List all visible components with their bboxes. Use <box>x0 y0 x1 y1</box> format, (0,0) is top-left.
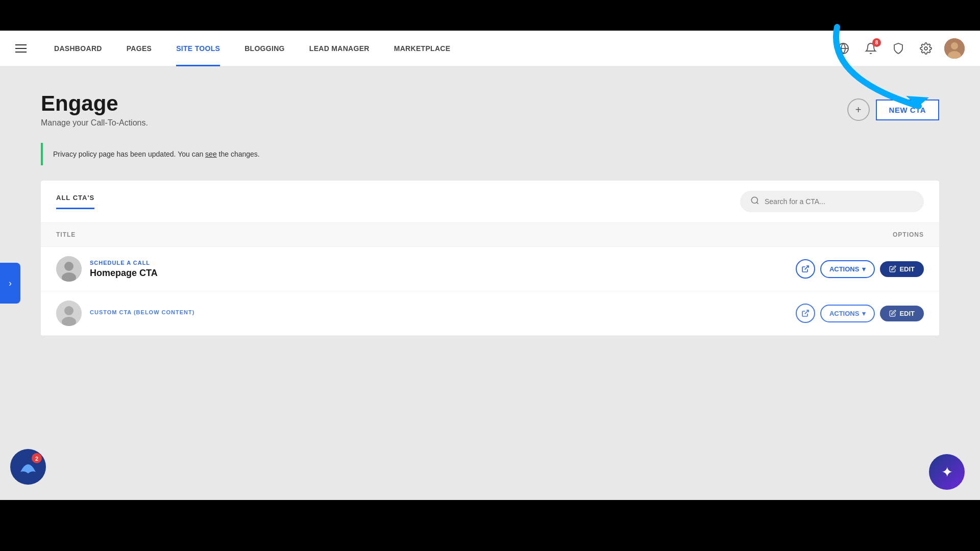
notice-link[interactable]: see <box>205 150 217 158</box>
svg-point-10 <box>64 262 74 271</box>
row-name: Homepage CTA <box>90 268 781 279</box>
page-content: › Engage Manage your Call-To-Actions. + … <box>0 66 980 500</box>
bell-icon[interactable]: 8 <box>862 39 880 58</box>
svg-point-7 <box>751 197 757 203</box>
page-title: Engage <box>41 92 148 115</box>
row-category: SCHEDULE A CALL <box>90 260 781 266</box>
navbar: DASHBOARD PAGES SITE TOOLS BLOGGING LEAD… <box>0 31 980 66</box>
table-column-headers: TITLE OPTIONS <box>41 223 939 247</box>
svg-line-16 <box>805 310 808 314</box>
table-row: CUSTOM CTA (BELOW CONTENT) ACTIONS ▾ <box>41 291 939 336</box>
nav-right-icons: 8 <box>834 38 965 59</box>
svg-line-8 <box>756 203 758 204</box>
row-actions: ACTIONS ▾ EDIT <box>781 259 924 279</box>
row-info: SCHEDULE A CALL Homepage CTA <box>90 260 781 279</box>
search-icon <box>750 196 760 207</box>
page-subtitle: Manage your Call-To-Actions. <box>41 118 148 128</box>
nav-link-site-tools[interactable]: SITE TOOLS <box>164 31 232 66</box>
notice-bar: Privacy policy page has been updated. Yo… <box>41 143 939 165</box>
col-header-title: TITLE <box>56 231 781 238</box>
nav-link-dashboard[interactable]: DASHBOARD <box>42 31 114 66</box>
hamburger-line3 <box>15 52 27 53</box>
col-header-options: OPTIONS <box>781 231 924 238</box>
header-actions: + NEW CTA <box>847 98 939 121</box>
page-title-section: Engage Manage your Call-To-Actions. <box>41 92 148 128</box>
notification-app-icon[interactable]: 2 <box>10 449 46 485</box>
nav-link-lead-manager[interactable]: LEAD MANAGER <box>297 31 382 66</box>
nav-link-marketplace[interactable]: MARKETPLACE <box>382 31 463 66</box>
chevron-down-icon: ▾ <box>862 265 866 273</box>
actions-label: ACTIONS <box>829 265 860 273</box>
gear-icon[interactable] <box>917 39 935 58</box>
svg-point-2 <box>924 47 927 50</box>
hamburger-menu[interactable] <box>15 44 27 53</box>
row-thumbnail <box>56 256 82 282</box>
svg-point-14 <box>64 306 74 315</box>
edit-button[interactable]: EDIT <box>880 261 924 277</box>
edit-button[interactable]: EDIT <box>880 306 924 321</box>
cta-section: ALL CTA'S TITLE OPTIONS <box>41 181 939 336</box>
actions-button[interactable]: ACTIONS ▾ <box>820 305 875 322</box>
table-row: SCHEDULE A CALL Homepage CTA ACTIONS ▾ <box>41 247 939 291</box>
nav-link-pages[interactable]: PAGES <box>114 31 164 66</box>
cta-table-header: ALL CTA'S <box>41 181 939 223</box>
nav-link-blogging[interactable]: BLOGGING <box>232 31 297 66</box>
top-black-bar <box>0 0 980 31</box>
chevron-down-icon: ▾ <box>862 310 866 317</box>
globe-icon[interactable] <box>834 39 852 58</box>
row-thumbnail <box>56 300 82 326</box>
bottom-black-bar <box>0 500 980 551</box>
chevron-right-icon: › <box>9 278 12 289</box>
external-link-button[interactable] <box>796 259 815 279</box>
ai-badge-button[interactable]: ✦ <box>929 454 965 490</box>
main-wrapper: DASHBOARD PAGES SITE TOOLS BLOGGING LEAD… <box>0 31 980 500</box>
svg-point-4 <box>951 42 958 49</box>
page-header: Engage Manage your Call-To-Actions. + NE… <box>41 92 939 128</box>
row-category: CUSTOM CTA (BELOW CONTENT) <box>90 309 781 315</box>
svg-line-12 <box>805 266 808 269</box>
row-actions: ACTIONS ▾ EDIT <box>781 304 924 323</box>
actions-button[interactable]: ACTIONS ▾ <box>820 260 875 278</box>
sparkle-icon: ✦ <box>941 464 953 481</box>
cta-search-input[interactable] <box>765 197 914 206</box>
add-button[interactable]: + <box>847 98 870 121</box>
shield-icon[interactable] <box>889 39 908 58</box>
edit-label: EDIT <box>899 265 915 273</box>
notification-count: 8 <box>872 38 881 47</box>
hamburger-line2 <box>15 48 27 49</box>
cta-search-bar <box>740 191 924 212</box>
actions-label: ACTIONS <box>829 310 860 317</box>
new-cta-button[interactable]: NEW CTA <box>876 99 939 120</box>
notice-text: Privacy policy page has been updated. Yo… <box>53 150 203 158</box>
svg-text:2: 2 <box>35 456 38 462</box>
side-toggle-button[interactable]: › <box>0 263 20 304</box>
external-link-button[interactable] <box>796 304 815 323</box>
all-ctas-tab[interactable]: ALL CTA'S <box>56 194 94 209</box>
edit-label: EDIT <box>899 310 915 317</box>
user-avatar[interactable] <box>944 38 965 59</box>
hamburger-line1 <box>15 44 27 45</box>
notice-text-after: the changes. <box>219 150 260 158</box>
nav-links: DASHBOARD PAGES SITE TOOLS BLOGGING LEAD… <box>42 31 834 66</box>
row-info: CUSTOM CTA (BELOW CONTENT) <box>90 309 781 317</box>
